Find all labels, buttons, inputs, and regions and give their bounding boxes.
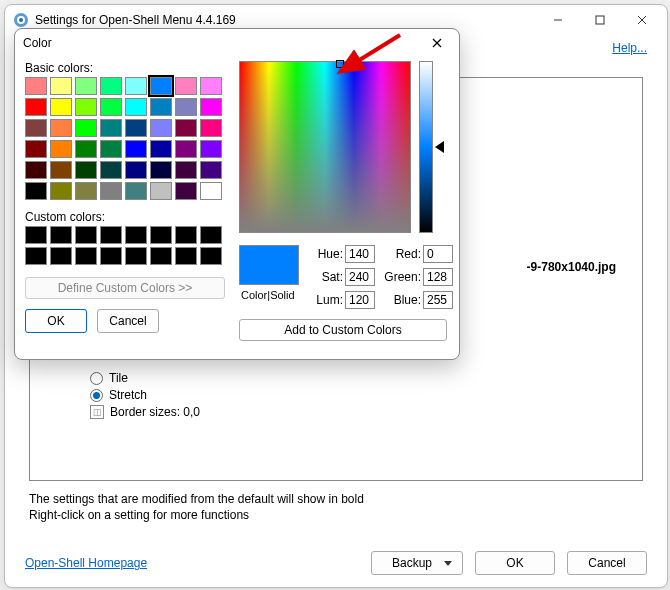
custom-color-swatch[interactable] [150, 226, 172, 244]
basic-color-swatch[interactable] [175, 77, 197, 95]
custom-colors-grid [25, 226, 231, 265]
basic-color-swatch[interactable] [75, 161, 97, 179]
basic-color-swatch[interactable] [25, 161, 47, 179]
basic-color-swatch[interactable] [175, 98, 197, 116]
basic-color-swatch[interactable] [125, 77, 147, 95]
basic-color-swatch[interactable] [100, 98, 122, 116]
basic-color-swatch[interactable] [50, 119, 72, 137]
ok-button[interactable]: OK [475, 551, 555, 575]
custom-color-swatch[interactable] [50, 247, 72, 265]
basic-color-swatch[interactable] [100, 182, 122, 200]
green-input[interactable] [423, 268, 453, 286]
custom-color-swatch[interactable] [75, 247, 97, 265]
red-input[interactable] [423, 245, 453, 263]
custom-color-swatch[interactable] [100, 247, 122, 265]
custom-color-swatch[interactable] [125, 247, 147, 265]
maximize-button[interactable] [579, 6, 621, 34]
basic-color-swatch[interactable] [75, 77, 97, 95]
backup-button[interactable]: Backup [371, 551, 463, 575]
basic-color-swatch[interactable] [200, 182, 222, 200]
filename-fragment: -9-780x1040.jpg [527, 260, 616, 274]
border-sizes-label: Border sizes: 0,0 [110, 405, 200, 419]
basic-color-swatch[interactable] [150, 119, 172, 137]
radio-stretch[interactable] [90, 389, 103, 402]
basic-color-swatch[interactable] [125, 161, 147, 179]
basic-colors-grid [25, 77, 231, 200]
basic-color-swatch[interactable] [100, 119, 122, 137]
basic-color-swatch[interactable] [200, 161, 222, 179]
basic-color-swatch[interactable] [50, 161, 72, 179]
basic-color-swatch[interactable] [50, 77, 72, 95]
color-cancel-button[interactable]: Cancel [97, 309, 159, 333]
color-solid-label: Color|Solid [241, 289, 295, 301]
radio-stretch-row[interactable]: Stretch [90, 388, 642, 402]
basic-color-swatch[interactable] [150, 182, 172, 200]
border-sizes-icon: ◫ [90, 405, 104, 419]
basic-color-swatch[interactable] [175, 119, 197, 137]
custom-color-swatch[interactable] [100, 226, 122, 244]
custom-color-swatch[interactable] [175, 247, 197, 265]
basic-color-swatch[interactable] [125, 119, 147, 137]
border-sizes-row[interactable]: ◫ Border sizes: 0,0 [90, 405, 642, 419]
help-link[interactable]: Help... [612, 41, 647, 55]
blue-input[interactable] [423, 291, 453, 309]
add-to-custom-button[interactable]: Add to Custom Colors [239, 319, 447, 341]
basic-color-swatch[interactable] [100, 140, 122, 158]
luminance-strip[interactable] [419, 61, 433, 233]
define-custom-colors-button[interactable]: Define Custom Colors >> [25, 277, 225, 299]
luminance-arrow[interactable] [435, 141, 444, 153]
info-text: The settings that are modified from the … [29, 491, 364, 523]
color-right-column: Color|Solid Hue: Sat: Lum: Red: Green: B… [239, 61, 449, 333]
radio-tile-row[interactable]: Tile [90, 371, 642, 385]
custom-color-swatch[interactable] [200, 226, 222, 244]
lum-input[interactable] [345, 291, 375, 309]
minimize-button[interactable] [537, 6, 579, 34]
hue-sat-field[interactable] [239, 61, 411, 233]
basic-color-swatch[interactable] [100, 77, 122, 95]
basic-color-swatch[interactable] [150, 140, 172, 158]
basic-color-swatch[interactable] [200, 77, 222, 95]
custom-color-swatch[interactable] [75, 226, 97, 244]
hue-input[interactable] [345, 245, 375, 263]
close-button[interactable] [621, 6, 663, 34]
custom-color-swatch[interactable] [175, 226, 197, 244]
custom-color-swatch[interactable] [50, 226, 72, 244]
basic-color-swatch[interactable] [125, 182, 147, 200]
custom-color-swatch[interactable] [150, 247, 172, 265]
basic-color-swatch[interactable] [150, 161, 172, 179]
basic-color-swatch[interactable] [25, 182, 47, 200]
color-dialog-close[interactable] [423, 29, 451, 57]
basic-color-swatch[interactable] [75, 119, 97, 137]
basic-color-swatch[interactable] [150, 98, 172, 116]
basic-color-swatch[interactable] [75, 182, 97, 200]
basic-color-swatch[interactable] [25, 140, 47, 158]
custom-color-swatch[interactable] [200, 247, 222, 265]
basic-color-swatch[interactable] [200, 98, 222, 116]
custom-color-swatch[interactable] [25, 247, 47, 265]
basic-color-swatch[interactable] [25, 119, 47, 137]
sat-input[interactable] [345, 268, 375, 286]
basic-color-swatch[interactable] [175, 161, 197, 179]
color-solid-preview [239, 245, 299, 285]
basic-color-swatch[interactable] [200, 119, 222, 137]
custom-color-swatch[interactable] [25, 226, 47, 244]
basic-color-swatch[interactable] [25, 77, 47, 95]
basic-color-swatch[interactable] [175, 140, 197, 158]
basic-color-swatch[interactable] [200, 140, 222, 158]
basic-color-swatch[interactable] [125, 98, 147, 116]
cancel-button[interactable]: Cancel [567, 551, 647, 575]
basic-color-swatch[interactable] [75, 140, 97, 158]
homepage-link[interactable]: Open-Shell Homepage [25, 556, 359, 570]
radio-tile[interactable] [90, 372, 103, 385]
color-ok-button[interactable]: OK [25, 309, 87, 333]
basic-color-swatch[interactable] [175, 182, 197, 200]
basic-color-swatch[interactable] [50, 98, 72, 116]
basic-color-swatch[interactable] [150, 77, 172, 95]
basic-color-swatch[interactable] [50, 140, 72, 158]
basic-color-swatch[interactable] [50, 182, 72, 200]
basic-color-swatch[interactable] [125, 140, 147, 158]
basic-color-swatch[interactable] [75, 98, 97, 116]
basic-color-swatch[interactable] [25, 98, 47, 116]
custom-color-swatch[interactable] [125, 226, 147, 244]
basic-color-swatch[interactable] [100, 161, 122, 179]
